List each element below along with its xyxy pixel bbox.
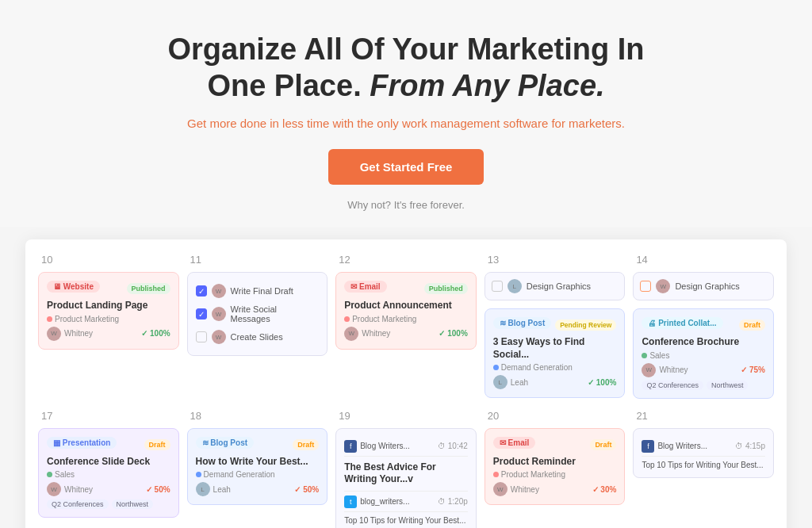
card-title-presentation: Conference Slide Deck	[47, 456, 170, 469]
col-number-14: 14	[633, 252, 774, 267]
card-title-best-advice: The Best Advice For Writing Your...v	[344, 461, 468, 486]
hero-subtitle: Get more done in less time with the only…	[16, 117, 796, 130]
col-number-21: 21	[633, 408, 774, 423]
badge-draft-printed: Draft	[739, 319, 765, 331]
progress-landing: ✓ 100%	[141, 329, 170, 338]
card-body-21: Top 10 Tips for Writing Your Best...	[642, 461, 765, 469]
blog-writer-row-21: f Blog Writers... ⏱ 4:15p	[642, 437, 765, 457]
avatar-w1: W	[212, 284, 226, 298]
fb-icon-21: f	[642, 440, 654, 453]
calendar-col-17: 17 ▦ Presentation Draft Conference Slide…	[38, 408, 179, 528]
card-meta-marketing: Product Marketing	[47, 315, 170, 323]
card-title-blog-18: How to Write Your Best...	[196, 456, 320, 469]
col-number-18: 18	[187, 408, 328, 423]
card-meta-presentation: Sales	[47, 470, 170, 479]
col-number-11: 11	[187, 252, 328, 267]
mini-tag-nw: Northwest	[707, 381, 749, 390]
card-meta-email: Product Marketing	[344, 315, 468, 323]
checkbox-3[interactable]	[196, 331, 207, 342]
calendar-col-18: 18 ≋ Blog Post Draft How to Write Your B…	[187, 408, 328, 528]
card-footer-landing: W Whitney ✓ 100%	[47, 327, 170, 341]
checklist-item-2: ✓ W Write Social Messages	[196, 301, 320, 327]
avatar-whitney-printed: W	[642, 363, 656, 377]
avatar-design-13: L	[508, 279, 522, 293]
card-title-email: Product Announcement	[344, 300, 468, 312]
avatar-leah-18: L	[196, 482, 210, 496]
calendar-col-20: 20 ✉ Email Draft Product Reminder Produc…	[485, 408, 626, 528]
card-tag-printed: 🖨 Printed Collat...	[642, 317, 722, 329]
card-tag-email: ✉ Email	[344, 281, 386, 293]
badge-pending: Pending Review	[555, 319, 616, 331]
tag-row-pres: Q2 Conferences Northwest	[47, 499, 170, 509]
card-blog-18[interactable]: ≋ Blog Post Draft How to Write Your Best…	[187, 428, 328, 506]
avatar-design-14: W	[656, 279, 670, 293]
card-tag-website: 🖥 Website	[47, 281, 100, 293]
badge-published-email: Published	[424, 283, 468, 294]
card-title-reminder: Product Reminder	[493, 456, 617, 469]
calendar-section: 10 🖥 Website Published Product Landing P…	[25, 239, 787, 528]
card-tag-presentation: ▦ Presentation	[47, 437, 117, 449]
checkbox-design-13[interactable]	[492, 281, 503, 292]
card-printed[interactable]: 🖨 Printed Collat... Draft Conference Bro…	[633, 308, 774, 399]
mini-tag-q2-pres: Q2 Conferences	[47, 499, 109, 509]
calendar-col-11: 11 ✓ W Write Final Draft ✓ W Write Socia…	[187, 252, 328, 399]
card-design-13[interactable]: L Design Graphics	[485, 272, 626, 300]
card-tag-blog-13: ≋ Blog Post	[493, 317, 551, 329]
progress-blog-18: ✓ 50%	[294, 485, 319, 494]
card-meta-printed: Sales	[642, 351, 765, 360]
card-email-reminder[interactable]: ✉ Email Draft Product Reminder Product M…	[485, 428, 626, 506]
calendar-col-10: 10 🖥 Website Published Product Landing P…	[38, 252, 179, 399]
checkbox-2[interactable]: ✓	[196, 308, 207, 319]
cta-note: Why not? It's free forever.	[16, 199, 796, 211]
col-number-19: 19	[335, 408, 477, 423]
calendar-row-2: 17 ▦ Presentation Draft Conference Slide…	[38, 408, 774, 528]
mini-tag-q2: Q2 Conferences	[642, 381, 703, 390]
calendar-col-12: 12 ✉ Email Published Product Announcemen…	[335, 252, 477, 399]
card-website-landing[interactable]: 🖥 Website Published Product Landing Page…	[38, 272, 179, 350]
col-number-17: 17	[38, 408, 179, 423]
avatar-w2: W	[212, 307, 226, 321]
progress-email: ✓ 100%	[439, 329, 467, 338]
card-title-blog-13: 3 Easy Ways to Find Social...	[493, 336, 617, 361]
blog-writer-row-1: f Blog Writers... ⏱ 10:42	[344, 437, 468, 457]
card-checklist[interactable]: ✓ W Write Final Draft ✓ W Write Social M…	[187, 272, 328, 356]
card-meta-blog-13: Demand Generation	[493, 363, 617, 372]
avatar-whitney-email: W	[344, 327, 358, 341]
card-presentation[interactable]: ▦ Presentation Draft Conference Slide De…	[38, 428, 179, 518]
card-design-14[interactable]: W Design Graphics	[633, 272, 774, 300]
avatar-whitney-pres: W	[47, 482, 61, 496]
avatar-leah-13: L	[493, 375, 508, 389]
checklist-item-1: ✓ W Write Final Draft	[196, 281, 320, 301]
col-number-13: 13	[485, 252, 626, 267]
blog-writer-row-2: t blog_writers... ⏱ 1:20p	[344, 491, 468, 512]
calendar-col-14: 14 W Design Graphics 🖨 Printed Collat...…	[633, 252, 774, 399]
badge-draft-blog18: Draft	[293, 439, 319, 450]
cta-button[interactable]: Get Started Free	[328, 149, 485, 185]
card-footer-email: W Whitney ✓ 100%	[344, 327, 468, 341]
card-footer-blog-13: L Leah ✓ 100%	[493, 375, 617, 389]
card-subtitle-19: Top 10 Tips for Writing Your Best...	[344, 516, 468, 525]
hero-title: Organize All Of Your Marketing In One Pl…	[16, 32, 796, 104]
card-email-product[interactable]: ✉ Email Published Product Announcement P…	[335, 272, 477, 350]
card-footer-presentation: W Whitney ✓ 50%	[47, 482, 170, 496]
card-tag-email-20: ✉ Email	[493, 437, 535, 449]
progress-reminder: ✓ 30%	[592, 485, 617, 494]
col-number-20: 20	[485, 408, 626, 423]
progress-blog-13: ✓ 100%	[588, 378, 616, 387]
checkbox-1[interactable]: ✓	[196, 285, 207, 297]
progress-pres: ✓ 50%	[146, 485, 170, 494]
checkbox-design-14[interactable]	[640, 281, 651, 292]
badge-draft-pres: Draft	[144, 439, 170, 450]
card-title-landing: Product Landing Page	[47, 300, 170, 312]
card-meta-reminder: Product Marketing	[493, 470, 617, 479]
card-blog-13[interactable]: ≋ Blog Post Pending Review 3 Easy Ways t…	[485, 308, 626, 398]
card-footer-reminder: W Whitney ✓ 30%	[493, 482, 617, 496]
avatar-w3: W	[212, 330, 226, 344]
col-number-12: 12	[335, 252, 477, 267]
card-blog-writers-19[interactable]: f Blog Writers... ⏱ 10:42 The Best Advic…	[335, 428, 477, 528]
card-blog-writers-21[interactable]: f Blog Writers... ⏱ 4:15p Top 10 Tips fo…	[633, 428, 774, 478]
calendar-row-1: 10 🖥 Website Published Product Landing P…	[38, 252, 774, 399]
badge-published: Published	[127, 283, 170, 294]
calendar-col-21: 21 f Blog Writers... ⏱ 4:15p Top 10 Tips…	[633, 408, 774, 528]
hero-section: Organize All Of Your Marketing In One Pl…	[0, 0, 812, 227]
